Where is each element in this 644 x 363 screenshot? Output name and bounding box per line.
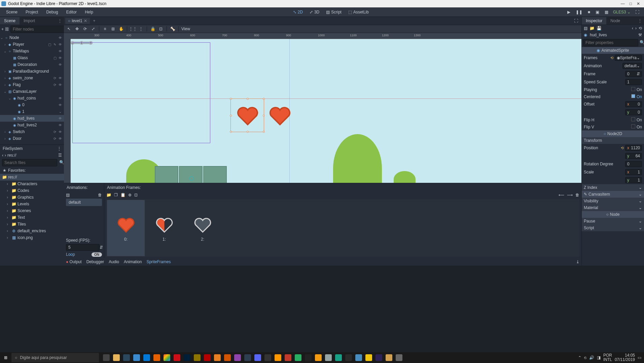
expand-button[interactable]: ⛶: [633, 9, 641, 15]
tree-row[interactable]: ◉1⌄: [0, 108, 64, 115]
open-folder-icon[interactable]: 📁: [106, 193, 111, 197]
fs-row[interactable]: ›▩icon.png: [0, 234, 64, 241]
history-icon[interactable]: ⟲: [639, 26, 642, 31]
frames-grid[interactable]: 0: 1: 2:: [106, 199, 579, 257]
new-resource-icon[interactable]: ▤: [584, 26, 587, 31]
tree-row[interactable]: ›◈swim_zone⟳👁: [0, 75, 64, 81]
tree-row[interactable]: ▦Glass▢👁: [0, 54, 64, 61]
close-icon[interactable]: ✕: [84, 18, 87, 23]
app-unity[interactable]: [303, 353, 313, 362]
app-generic9[interactable]: [324, 353, 333, 362]
app-generic1[interactable]: [213, 353, 222, 362]
app-eclipse[interactable]: [374, 353, 384, 362]
app-generic10[interactable]: [334, 353, 343, 362]
tab-inspector[interactable]: Inspector: [582, 17, 606, 25]
ruler-tool-icon[interactable]: ⊞: [110, 26, 116, 32]
taskbar[interactable]: ⊞ ○ Digite aqui para pesquisar: [0, 352, 644, 363]
save-resource-icon[interactable]: 💾: [597, 26, 602, 31]
copy-icon[interactable]: ❐: [114, 193, 118, 197]
reset-icon[interactable]: ⟲: [621, 146, 624, 150]
frame-1[interactable]: 1:: [145, 200, 183, 256]
loop-toggle[interactable]: ON: [92, 252, 102, 257]
app-generic4[interactable]: [243, 353, 252, 362]
fs-row[interactable]: ›📁Text: [0, 214, 64, 221]
tab-spriteframes[interactable]: SpriteFrames: [146, 259, 171, 264]
tree-row[interactable]: ◉hud_lives2👁: [0, 122, 64, 128]
taskview-icon[interactable]: [102, 353, 111, 362]
frames-dropdown[interactable]: ◉ SpriteFra ⌄: [615, 55, 642, 61]
scale-tool-icon[interactable]: ⤢: [90, 26, 96, 32]
app-discord[interactable]: [253, 353, 262, 362]
empty-icon[interactable]: ⊡: [134, 193, 138, 197]
app-generic6[interactable]: [283, 353, 293, 362]
app-generic8[interactable]: [314, 353, 323, 362]
section-canvasitem[interactable]: ✎ CanvasItem ⌄: [582, 191, 644, 198]
bone-icon[interactable]: 🦴: [170, 26, 176, 32]
minimize-button[interactable]: —: [621, 1, 625, 6]
fs-row[interactable]: ›⊕default_env.tres: [0, 228, 64, 234]
rotate-tool-icon[interactable]: ⟳: [82, 26, 88, 32]
app-generic5[interactable]: [263, 353, 273, 362]
app-generic7[interactable]: [293, 353, 303, 362]
move-left-icon[interactable]: ⟵: [559, 193, 564, 197]
subsection-pause[interactable]: Pause ⌄: [582, 218, 644, 225]
tree-row[interactable]: ▦Decoration👁: [0, 61, 64, 68]
mode-assetlib[interactable]: ⬚ AssetLib: [346, 9, 371, 15]
app-generic11[interactable]: [384, 353, 394, 362]
section-node2d[interactable]: ○ Node2D: [582, 130, 644, 137]
app-tips[interactable]: [364, 353, 373, 362]
nav-fwd-button[interactable]: ›: [5, 153, 6, 158]
taskbar-search[interactable]: ○ Digite aqui para pesquisar: [11, 353, 99, 362]
list-tool-icon[interactable]: ≡: [102, 26, 108, 32]
play-button[interactable]: ▶: [565, 9, 572, 15]
mode-script[interactable]: ▤ Script: [323, 9, 344, 15]
app-steam[interactable]: [122, 353, 131, 362]
offset-x-input[interactable]: x0: [625, 101, 642, 107]
rotation-input[interactable]: 0: [625, 161, 642, 167]
play-scene-button[interactable]: ▣: [594, 9, 601, 15]
pan-tool-icon[interactable]: ✋: [118, 26, 124, 32]
stop-button[interactable]: ■: [586, 9, 592, 15]
section-animatedsprite[interactable]: ◉ AnimatedSprite: [582, 47, 644, 54]
close-button[interactable]: ✕: [637, 1, 640, 6]
animation-dropdown[interactable]: default ⌄: [622, 63, 642, 69]
renderer-dropdown[interactable]: GLES3 ⌄: [612, 10, 632, 14]
fs-row[interactable]: ›📁Codes: [0, 187, 64, 194]
distraction-free-icon[interactable]: ⛶: [572, 18, 580, 23]
section-node[interactable]: ○ Node: [582, 211, 644, 218]
menu-debug[interactable]: Debug: [43, 8, 61, 16]
playing-checkbox[interactable]: On: [631, 87, 642, 92]
move-right-icon[interactable]: ⟶: [567, 193, 573, 197]
app-epic[interactable]: [344, 353, 353, 362]
tree-row[interactable]: ›◆Player▢✎👁: [0, 41, 64, 48]
tray-lang[interactable]: PORINTL: [603, 353, 612, 362]
tree-row[interactable]: ⌄▧CanvasLayer: [0, 88, 64, 95]
menu-help[interactable]: Help: [81, 8, 97, 16]
start-button[interactable]: ⊞: [0, 352, 11, 363]
dock-more-icon[interactable]: ⋮: [56, 18, 64, 23]
app-fireworks[interactable]: [192, 353, 202, 362]
app-firefox[interactable]: [152, 353, 162, 362]
reset-icon[interactable]: ⟲: [610, 56, 613, 60]
subsection-transform[interactable]: Transform: [582, 137, 644, 144]
app-ie[interactable]: [132, 353, 141, 362]
stepper-icon[interactable]: ⇵: [100, 245, 103, 250]
paste-icon[interactable]: 📋: [120, 193, 126, 197]
history-fwd-icon[interactable]: ›: [635, 26, 637, 31]
subsection-visibility[interactable]: Visibility ⌄: [582, 198, 644, 204]
app-opera[interactable]: [172, 353, 182, 362]
speed-input[interactable]: [66, 244, 100, 251]
grid-view-icon[interactable]: ☰: [58, 153, 62, 158]
tray-chevron-icon[interactable]: ⌃: [578, 355, 581, 360]
instance-button[interactable]: ⛓: [5, 26, 9, 32]
tab-import[interactable]: Import: [20, 17, 39, 25]
delete-anim-icon[interactable]: 🗑: [98, 193, 102, 197]
snap-opts-icon[interactable]: ⋮: [138, 26, 144, 32]
subsection-material[interactable]: Material ⌄: [582, 204, 644, 211]
tray-clock[interactable]: 14:0507/11/2019: [615, 353, 635, 362]
new-anim-icon[interactable]: ▤: [66, 193, 70, 197]
pause-button[interactable]: ❚❚: [574, 9, 584, 15]
animation-item-default[interactable]: default: [66, 199, 102, 206]
scale-y-input[interactable]: y1: [625, 177, 642, 183]
dock-more-icon[interactable]: ⋮: [57, 146, 61, 151]
